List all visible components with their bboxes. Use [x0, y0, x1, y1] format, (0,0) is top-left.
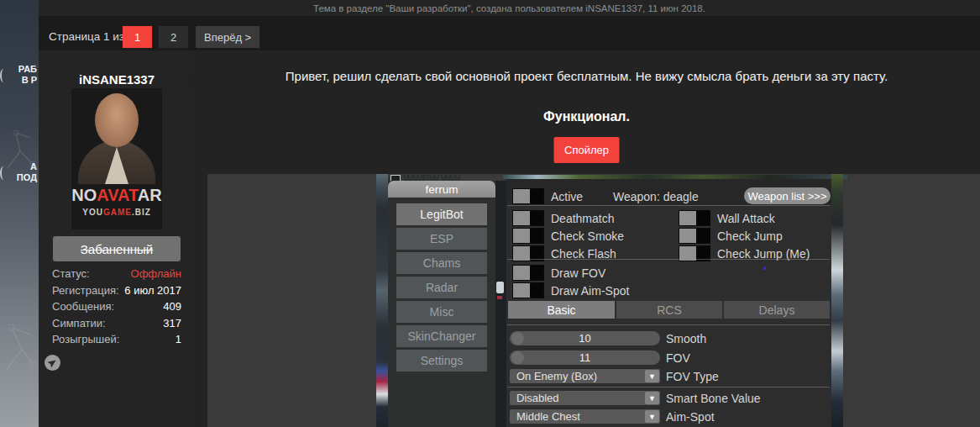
chevron-down-icon[interactable]: ▼ — [645, 392, 659, 404]
current-weapon-label: Weapon: deagle — [613, 190, 699, 203]
stat-row-registration: Регистрация:6 июл 2017 — [39, 282, 195, 299]
page-button-1[interactable]: 1 — [123, 26, 152, 48]
avatar-face — [95, 93, 139, 147]
subtab-basic[interactable]: Basic — [508, 301, 615, 319]
wall-attack-checkbox[interactable] — [679, 210, 710, 226]
fov-type-dropdown[interactable]: On Enemy (Box) ▼ — [510, 369, 660, 383]
divider — [507, 259, 830, 260]
thread-info-text: Тема в разделе "Ваши разработки", создан… — [313, 3, 705, 13]
game-background-right-band — [831, 174, 843, 427]
post-body-text: Привет, решил сделать свой основной прое… — [193, 69, 980, 83]
panel-gap-strip — [495, 181, 506, 427]
constellation-doodle — [2, 319, 37, 378]
forum-page: РАБ В Р А ПОД Тема в разделе "Ваши разра… — [0, 0, 980, 427]
divider — [507, 324, 830, 325]
pagination-label: Страница 1 из 2 — [49, 30, 134, 43]
tab-chams[interactable]: Chams — [396, 252, 487, 274]
cheat-window-title[interactable]: ferrum — [388, 181, 495, 198]
username-link[interactable]: iNSANE1337 — [39, 72, 195, 87]
game-background-speck — [496, 282, 504, 293]
smart-bone-label: Smart Bone Value — [666, 392, 761, 405]
tab-legitbot[interactable]: LegitBot — [396, 203, 487, 225]
stat-row-status: Статус:Оффлайн — [39, 266, 195, 282]
left-background-banner: РАБ В Р А ПОД — [0, 0, 39, 427]
telegram-icon[interactable] — [45, 355, 60, 371]
no-avatar-text: NOAVATAR — [71, 186, 162, 205]
stat-row-giveaways: Розыгрышей:1 — [39, 331, 195, 348]
checkbox-row-wall-attack: Wall Attack — [679, 210, 775, 226]
divider — [507, 387, 830, 387]
thread-info-bar: Тема в разделе "Ваши разработки", создан… — [39, 0, 980, 16]
fov-type-label: FOV Type — [666, 370, 719, 383]
fov-slider[interactable]: 11 — [510, 351, 660, 365]
post-heading: Функционал. — [193, 109, 980, 124]
smooth-label: Smooth — [666, 332, 706, 345]
divider — [507, 205, 830, 206]
legitbot-settings-panel: Active Weapon: deagle Weapon list >>> De… — [506, 179, 831, 427]
game-background-speck — [497, 296, 502, 299]
user-stats: Статус:Оффлайн Регистрация:6 июл 2017 Со… — [39, 266, 195, 348]
user-sidebar: iNSANE1337 NOAVATAR YOUGAME.BIZ Забаненн… — [39, 50, 195, 427]
stat-row-messages: Сообщения:409 — [39, 298, 195, 315]
next-page-button[interactable]: Вперёд > — [196, 26, 259, 48]
checkbox-row-check-smoke: Check Smoke — [512, 228, 624, 244]
page-button-2[interactable]: 2 — [159, 26, 188, 48]
chevron-down-icon[interactable]: ▼ — [645, 370, 659, 382]
active-checkbox[interactable] — [512, 188, 544, 204]
yougame-watermark: YOUGAME.BIZ — [71, 208, 162, 217]
smooth-slider[interactable]: 10 — [510, 331, 660, 345]
banner-ad-text: А ПОД — [0, 161, 37, 183]
aim-spot-label: Aim-Spot — [666, 410, 715, 424]
checkbox-row-check-jump: Check Jump — [679, 228, 783, 244]
tab-radar[interactable]: Radar — [396, 277, 487, 298]
cheat-tab-column: ferrum LegitBot ESP Chams Radar Misc Ski… — [388, 181, 495, 427]
cheat-screenshot[interactable]: WWBW WW ferrum LegitBot ESP Chams Radar … — [207, 174, 980, 427]
draw-fov-checkbox[interactable] — [512, 265, 544, 281]
subtab-delays[interactable]: Delays — [724, 301, 830, 319]
checkbox-row-deathmatch: Deathmatch — [512, 210, 614, 226]
tab-misc[interactable]: Misc — [396, 301, 487, 323]
mouse-cursor-dot — [763, 266, 766, 270]
checkbox-row-draw-aim-spot: Draw Aim-Spot — [512, 282, 629, 298]
aim-spot-dropdown[interactable]: Middle Chest ▼ — [510, 409, 660, 424]
stat-row-likes: Симпатии:317 — [39, 315, 195, 332]
draw-aim-spot-checkbox[interactable] — [512, 282, 544, 298]
avatar[interactable]: NOAVATAR YOUGAME.BIZ — [71, 88, 162, 229]
post-panel: Привет, решил сделать свой основной прое… — [193, 50, 980, 427]
tab-esp[interactable]: ESP — [396, 228, 487, 250]
checkbox-row-active: Active — [512, 188, 583, 204]
fov-label: FOV — [666, 351, 690, 365]
deathmatch-checkbox[interactable] — [512, 210, 544, 226]
chevron-down-icon[interactable]: ▼ — [645, 410, 659, 423]
check-jump-checkbox[interactable] — [679, 228, 710, 244]
tab-skinchanger[interactable]: SkinChanger — [396, 325, 487, 347]
spoiler-button[interactable]: Спойлер — [553, 137, 620, 163]
banned-badge: Забаненный — [53, 236, 181, 261]
subtab-rcs[interactable]: RCS — [616, 301, 722, 319]
banner-ad-text: РАБ В Р — [0, 64, 37, 86]
tab-settings[interactable]: Settings — [396, 350, 487, 372]
fov-value: 11 — [510, 351, 660, 365]
weapon-list-button[interactable]: Weapon list >>> — [744, 187, 831, 204]
game-background-left-band — [376, 174, 388, 427]
checkbox-row-draw-fov: Draw FOV — [512, 265, 605, 281]
check-smoke-checkbox[interactable] — [512, 228, 544, 244]
smart-bone-dropdown[interactable]: Disabled ▼ — [510, 391, 660, 405]
smooth-value: 10 — [510, 331, 660, 345]
post-bubble-notch — [186, 71, 193, 87]
